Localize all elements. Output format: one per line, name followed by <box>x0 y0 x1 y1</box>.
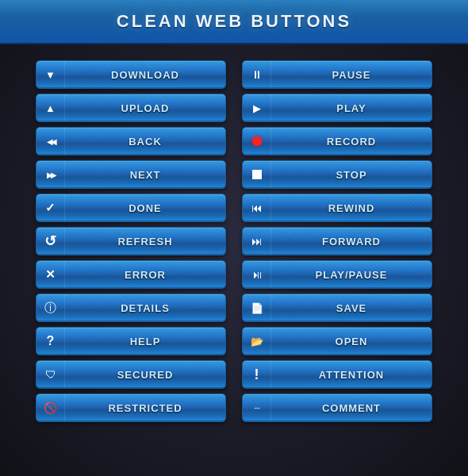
playpause-label: Play/Pause <box>271 269 432 281</box>
stop-label: Stop <box>271 169 432 181</box>
done-icon <box>36 194 65 222</box>
download-icon <box>36 60 65 89</box>
details-button[interactable]: Details <box>36 294 226 322</box>
stop-icon <box>243 160 271 189</box>
forward-label: Forward <box>271 236 432 248</box>
error-icon <box>36 260 65 289</box>
upload-label: Upload <box>65 102 225 114</box>
header: CLEAN WEB BUTTONS <box>0 0 468 44</box>
record-button[interactable]: Record <box>242 127 432 155</box>
pause-icon <box>243 60 271 89</box>
open-icon <box>243 327 271 355</box>
pause-button[interactable]: Pause <box>242 60 432 89</box>
buttons-grid: DownloadUploadBackNextDoneRefreshErrorDe… <box>0 52 468 430</box>
restricted-icon <box>36 393 65 422</box>
forward-button[interactable]: Forward <box>242 227 432 255</box>
help-icon <box>36 327 65 355</box>
attention-icon <box>243 360 271 389</box>
save-icon <box>243 294 271 322</box>
next-label: Next <box>65 169 225 181</box>
comment-button[interactable]: Comment <box>242 393 432 422</box>
attention-button[interactable]: Attention <box>242 360 432 389</box>
back-icon <box>36 127 65 155</box>
comment-label: Comment <box>271 402 432 414</box>
next-icon <box>36 160 65 189</box>
help-button[interactable]: Help <box>36 327 226 355</box>
help-label: Help <box>65 336 225 347</box>
restricted-button[interactable]: Restricted <box>36 393 226 422</box>
upload-button[interactable]: Upload <box>36 94 226 122</box>
next-button[interactable]: Next <box>36 160 226 189</box>
playpause-button[interactable]: Play/Pause <box>242 260 432 289</box>
play-icon <box>243 94 271 122</box>
record-icon <box>243 127 271 155</box>
stop-button[interactable]: Stop <box>242 160 432 189</box>
rewind-icon <box>243 194 271 222</box>
error-button[interactable]: Error <box>36 260 226 289</box>
play-label: Play <box>271 102 432 114</box>
secured-icon <box>36 360 65 389</box>
playpause-icon <box>243 260 271 289</box>
save-button[interactable]: Save <box>242 294 432 322</box>
error-label: Error <box>65 269 225 281</box>
download-label: Download <box>65 69 225 81</box>
forward-icon <box>243 227 271 255</box>
done-label: Done <box>65 202 225 214</box>
secured-label: Secured <box>65 369 225 381</box>
secured-button[interactable]: Secured <box>36 360 226 389</box>
pause-label: Pause <box>271 69 432 81</box>
refresh-icon <box>36 227 65 255</box>
refresh-button[interactable]: Refresh <box>36 227 226 255</box>
refresh-label: Refresh <box>65 236 225 248</box>
save-label: Save <box>271 302 432 314</box>
record-label: Record <box>271 136 432 148</box>
play-button[interactable]: Play <box>242 94 432 122</box>
open-button[interactable]: Open <box>242 327 432 355</box>
back-label: Back <box>65 136 225 148</box>
left-column: DownloadUploadBackNextDoneRefreshErrorDe… <box>36 60 226 422</box>
open-label: Open <box>271 336 432 347</box>
details-label: Details <box>65 302 225 314</box>
attention-label: Attention <box>271 369 432 381</box>
details-icon <box>36 294 65 322</box>
back-button[interactable]: Back <box>36 127 226 155</box>
page-title: CLEAN WEB BUTTONS <box>0 11 468 32</box>
restricted-label: Restricted <box>65 402 225 414</box>
right-column: PausePlayRecordStopRewindForwardPlay/Pau… <box>242 60 432 422</box>
download-button[interactable]: Download <box>36 60 226 89</box>
done-button[interactable]: Done <box>36 194 226 222</box>
comment-icon <box>243 393 271 422</box>
rewind-button[interactable]: Rewind <box>242 194 432 222</box>
upload-icon <box>36 94 65 122</box>
rewind-label: Rewind <box>271 202 432 214</box>
